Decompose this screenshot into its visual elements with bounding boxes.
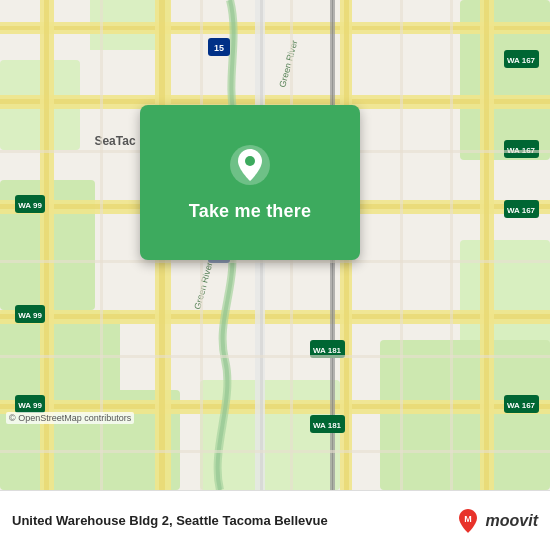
svg-text:WA 167: WA 167 [507,401,536,410]
svg-rect-17 [0,314,550,319]
svg-point-67 [245,156,255,166]
svg-rect-60 [0,450,550,453]
svg-text:WA 99: WA 99 [18,201,42,210]
svg-rect-13 [0,99,550,104]
moovit-icon: M [454,507,482,535]
svg-rect-59 [0,355,550,358]
svg-rect-19 [0,404,550,409]
bottom-bar-info: United Warehouse Bldg 2, Seattle Tacoma … [12,513,328,528]
svg-rect-65 [450,0,453,490]
svg-text:WA 181: WA 181 [313,421,342,430]
moovit-brand-text: moovit [486,512,538,530]
location-pin-icon [228,143,272,187]
svg-text:M: M [464,514,472,524]
svg-rect-64 [400,0,403,490]
take-me-there-button[interactable]: Take me there [189,201,311,222]
svg-rect-11 [0,26,550,30]
svg-rect-29 [484,0,489,490]
svg-text:WA 181: WA 181 [313,346,342,355]
svg-text:WA 167: WA 167 [507,56,536,65]
svg-text:WA 167: WA 167 [507,206,536,215]
copyright-text: © OpenStreetMap contributors [6,412,134,424]
svg-text:WA 99: WA 99 [18,311,42,320]
svg-rect-58 [0,260,550,263]
svg-text:15: 15 [214,43,224,53]
svg-rect-8 [380,340,550,490]
bottom-bar: United Warehouse Bldg 2, Seattle Tacoma … [0,490,550,550]
location-title: United Warehouse Bldg 2, Seattle Tacoma … [12,513,328,528]
map-view: 15 15 WA 99 WA 99 WA 99 WA 167 WA 167 WA… [0,0,550,490]
svg-text:WA 99: WA 99 [18,401,42,410]
moovit-logo: M moovit [454,507,538,535]
location-card[interactable]: Take me there [140,105,360,260]
